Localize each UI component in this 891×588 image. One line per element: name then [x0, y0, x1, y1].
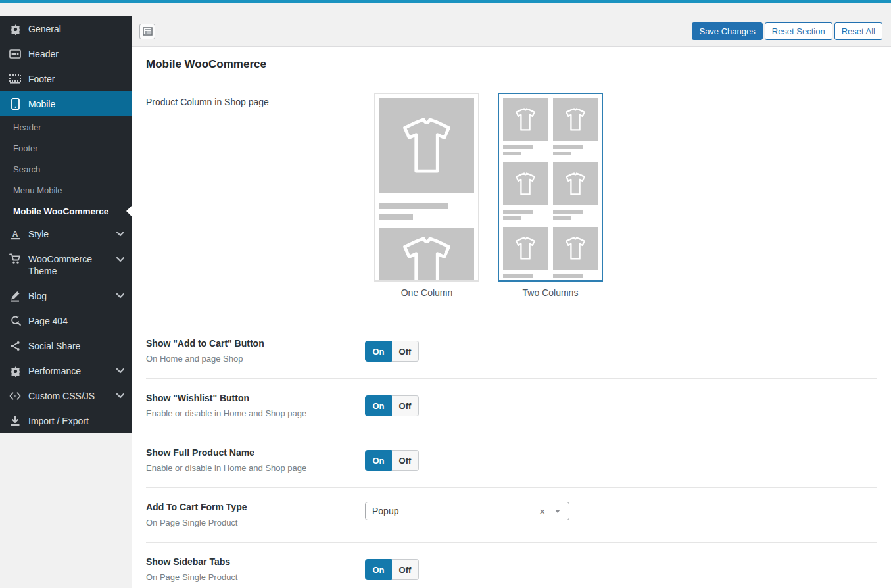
setting-row-full-product-name: Show Full Product Name Enable or disable…: [146, 433, 877, 487]
sidebar-item-import-export[interactable]: Import / Export: [0, 408, 132, 433]
option-label: One Column: [374, 287, 479, 298]
form-type-select[interactable]: Popup ×: [365, 502, 569, 520]
sidebar-item-mobile[interactable]: Mobile: [0, 91, 132, 116]
toggle-off-button[interactable]: Off: [392, 395, 419, 416]
select-value: Popup: [372, 506, 398, 516]
setting-title: Add To Cart Form Type: [146, 502, 365, 512]
chevron-down-icon[interactable]: [116, 293, 124, 299]
sidebar-subitem-label: Header: [13, 122, 41, 132]
tshirt-icon: [513, 172, 538, 195]
sidebar-item-label: Custom CSS/JS: [28, 391, 95, 401]
one-column-preview-card[interactable]: [374, 93, 479, 282]
sidebar-subitem-label: Footer: [13, 143, 38, 153]
setting-row-wishlist: Show "Wishlist" Button Enable or disable…: [146, 378, 877, 433]
setting-description: On Page Single Product: [146, 572, 365, 582]
sidebar-subitem-label: Menu Mobile: [13, 185, 62, 195]
sidebar-item-performance[interactable]: Performance: [0, 358, 132, 383]
sidebar-item-label: Page 404: [28, 316, 68, 326]
setting-title: Show Full Product Name: [146, 447, 365, 458]
product-tile: [553, 162, 598, 220]
toggle-on-button[interactable]: On: [365, 450, 392, 471]
sidebar-item-footer[interactable]: Footer: [0, 66, 132, 91]
full-product-name-toggle: On Off: [365, 450, 419, 471]
sidebar-item-custom-css-js[interactable]: Custom CSS/JS: [0, 383, 132, 408]
panel-toggle-button[interactable]: [139, 24, 155, 39]
cart-icon: [9, 253, 21, 264]
gear-icon: [9, 366, 21, 377]
setting-title: Show "Wishlist" Button: [146, 393, 365, 403]
toggle-on-button[interactable]: On: [365, 559, 392, 580]
sidebar-item-label: WooCommerce Theme: [28, 253, 105, 277]
product-image-placeholder: [379, 228, 474, 282]
product-tile: [553, 98, 598, 155]
sidebar-item-label: Import / Export: [28, 416, 89, 426]
chevron-down-icon[interactable]: [116, 232, 124, 237]
setting-row-form-type: Add To Cart Form Type On Page Single Pro…: [146, 487, 877, 542]
toggle-on-button[interactable]: On: [365, 395, 392, 416]
tshirt-icon: [397, 236, 457, 282]
product-image-placeholder: [379, 98, 474, 193]
chevron-down-icon[interactable]: [116, 368, 124, 374]
tshirt-icon: [563, 108, 588, 131]
sidebar-item-label: Performance: [28, 366, 81, 376]
header-layout-icon: [9, 49, 21, 59]
sidebar-item-woocommerce-theme[interactable]: WooCommerce Theme: [0, 247, 132, 283]
sidebar-item-label: Header: [28, 49, 59, 59]
sidebar-item-label: Mobile: [28, 99, 55, 109]
setting-row-sidebar-tabs: Show Sidebar Tabs On Page Single Product…: [146, 542, 877, 588]
product-column-option-one: One Column: [374, 93, 479, 298]
product-tile: [503, 98, 548, 155]
sidebar-item-page-404[interactable]: Page 404: [0, 308, 132, 333]
sidebar-subitem-label: Mobile WooCommerce: [13, 207, 108, 216]
setting-description: On Page Single Product: [146, 518, 365, 527]
sidebar-item-style[interactable]: A Style: [0, 222, 132, 247]
tshirt-icon: [563, 237, 588, 260]
download-icon: [9, 416, 21, 426]
reset-all-button[interactable]: Reset All: [834, 22, 882, 40]
setting-title: Show "Add to Cart" Button: [146, 338, 365, 349]
sidebar-tabs-toggle: On Off: [365, 559, 419, 580]
footer-grid-icon: [9, 74, 21, 84]
product-tile: [503, 227, 548, 282]
toggle-off-button[interactable]: Off: [392, 341, 419, 362]
sidebar-item-general[interactable]: General: [0, 16, 132, 41]
sidebar-item-header[interactable]: Header: [0, 41, 132, 66]
sidebar-item-label: Style: [28, 229, 49, 239]
tshirt-icon: [397, 117, 457, 174]
top-accent-bar: [0, 0, 891, 3]
code-icon: [9, 392, 21, 400]
dropdown-arrow-icon[interactable]: [555, 510, 560, 513]
setting-description: Enable or disable in Home and Shop page: [146, 408, 365, 418]
clear-selection-icon[interactable]: ×: [539, 506, 545, 516]
toggle-on-button[interactable]: On: [365, 341, 392, 362]
sidebar-item-blog[interactable]: Blog: [0, 283, 132, 308]
sidebar-item-social-share[interactable]: Social Share: [0, 333, 132, 358]
settings-sidebar: General Header Footer Mobile Header Foot…: [0, 16, 132, 433]
text-bar-placeholder: [379, 214, 413, 220]
product-column-setting: Product Column in Shop page One Column: [146, 93, 877, 324]
setting-description: Enable or disable in Home and Shop page: [146, 463, 365, 473]
chevron-down-icon[interactable]: [116, 257, 124, 262]
sidebar-subitem-search[interactable]: Search: [0, 159, 132, 180]
sidebar-item-label: Blog: [28, 291, 47, 301]
text-bar-placeholder: [379, 203, 448, 209]
chevron-down-icon[interactable]: [116, 393, 124, 399]
setting-description: On Home and page Shop: [146, 354, 365, 364]
setting-row-add-to-cart: Show "Add to Cart" Button On Home and pa…: [146, 324, 877, 378]
tshirt-icon: [513, 237, 538, 260]
two-columns-preview-card[interactable]: [498, 93, 603, 282]
svg-text:A: A: [12, 229, 18, 238]
layout-panel-icon: [143, 27, 153, 36]
search-refresh-icon: [9, 316, 21, 326]
gear-icon: [9, 24, 21, 35]
sidebar-subitem-header[interactable]: Header: [0, 116, 132, 137]
top-toolbar: Save Changes Reset Section Reset All: [132, 16, 891, 47]
sidebar-subitem-footer[interactable]: Footer: [0, 137, 132, 159]
toggle-off-button[interactable]: Off: [392, 450, 419, 471]
sidebar-subitem-menu-mobile[interactable]: Menu Mobile: [0, 180, 132, 201]
sidebar-subitem-mobile-woocommerce[interactable]: Mobile WooCommerce: [0, 201, 132, 222]
sidebar-subitem-label: Search: [13, 164, 40, 174]
save-changes-button[interactable]: Save Changes: [692, 22, 762, 40]
reset-section-button[interactable]: Reset Section: [765, 22, 832, 40]
toggle-off-button[interactable]: Off: [392, 559, 419, 580]
